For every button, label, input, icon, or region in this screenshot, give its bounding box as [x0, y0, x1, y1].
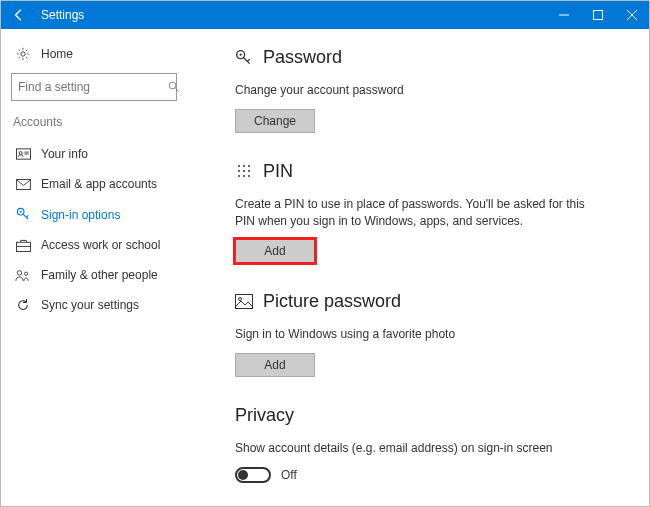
search-icon	[168, 81, 180, 93]
privacy-desc: Show account details (e.g. email address…	[235, 440, 595, 457]
svg-point-19	[25, 272, 28, 275]
password-title: Password	[263, 47, 342, 68]
svg-point-25	[243, 165, 245, 167]
sidebar-item-family[interactable]: Family & other people	[11, 260, 177, 290]
maximize-button[interactable]	[581, 1, 615, 29]
sync-icon	[15, 298, 31, 312]
section-header: Accounts	[11, 115, 177, 129]
sidebar-item-label: Your info	[41, 147, 88, 161]
svg-rect-1	[594, 11, 603, 20]
sidebar: Home Accounts Your info Email & app acco…	[1, 29, 187, 507]
svg-point-26	[248, 165, 250, 167]
picture-title: Picture password	[263, 291, 401, 312]
window-title: Settings	[37, 8, 84, 22]
privacy-title: Privacy	[235, 405, 629, 426]
svg-point-5	[169, 82, 176, 89]
picture-desc: Sign in to Windows using a favorite phot…	[235, 326, 595, 343]
change-password-button[interactable]: Change	[235, 109, 315, 133]
people-icon	[15, 269, 31, 282]
privacy-toggle[interactable]	[235, 467, 271, 483]
search-field[interactable]	[18, 80, 168, 94]
svg-point-4	[21, 52, 25, 56]
sidebar-item-email[interactable]: Email & app accounts	[11, 169, 177, 199]
content-pane: Password Change your account password Ch…	[187, 29, 649, 507]
svg-line-23	[247, 59, 249, 61]
svg-point-13	[19, 211, 21, 213]
svg-point-31	[243, 175, 245, 177]
sidebar-item-label: Access work or school	[41, 238, 160, 252]
svg-point-30	[238, 175, 240, 177]
close-button[interactable]	[615, 1, 649, 29]
person-card-icon	[15, 148, 31, 160]
svg-line-6	[176, 89, 179, 92]
svg-point-29	[248, 170, 250, 172]
svg-point-21	[240, 53, 242, 55]
privacy-toggle-label: Off	[281, 468, 297, 482]
svg-point-24	[238, 165, 240, 167]
svg-point-32	[248, 175, 250, 177]
sidebar-item-label: Sync your settings	[41, 298, 139, 312]
add-pin-button[interactable]: Add	[235, 239, 315, 263]
svg-point-18	[17, 270, 21, 274]
svg-line-15	[26, 215, 28, 217]
svg-rect-33	[236, 295, 253, 309]
key-icon	[235, 49, 253, 67]
search-input[interactable]	[11, 73, 177, 101]
home-button[interactable]: Home	[11, 41, 177, 73]
picture-password-group: Picture password Sign in to Windows usin…	[235, 291, 629, 377]
svg-rect-11	[16, 179, 30, 189]
add-picture-password-button[interactable]: Add	[235, 353, 315, 377]
svg-point-27	[238, 170, 240, 172]
svg-point-28	[243, 170, 245, 172]
sidebar-item-label: Sign-in options	[41, 208, 120, 222]
sidebar-item-work[interactable]: Access work or school	[11, 230, 177, 260]
titlebar: Settings	[1, 1, 649, 29]
sidebar-item-label: Email & app accounts	[41, 177, 157, 191]
picture-icon	[235, 294, 253, 309]
pin-desc: Create a PIN to use in place of password…	[235, 196, 595, 230]
home-label: Home	[41, 47, 73, 61]
svg-point-34	[239, 298, 242, 301]
sidebar-item-sync[interactable]: Sync your settings	[11, 290, 177, 320]
briefcase-icon	[15, 239, 31, 252]
key-icon	[15, 207, 31, 222]
sidebar-item-your-info[interactable]: Your info	[11, 139, 177, 169]
sidebar-item-signin[interactable]: Sign-in options	[11, 199, 177, 230]
gear-icon	[15, 47, 31, 61]
back-button[interactable]	[1, 1, 37, 29]
password-desc: Change your account password	[235, 82, 595, 99]
svg-point-8	[19, 152, 22, 155]
sidebar-item-label: Family & other people	[41, 268, 158, 282]
pin-title: PIN	[263, 161, 293, 182]
privacy-group: Privacy Show account details (e.g. email…	[235, 405, 629, 483]
pin-group: PIN Create a PIN to use in place of pass…	[235, 161, 629, 264]
pin-keypad-icon	[235, 163, 253, 179]
mail-icon	[15, 179, 31, 190]
minimize-button[interactable]	[547, 1, 581, 29]
password-group: Password Change your account password Ch…	[235, 47, 629, 133]
